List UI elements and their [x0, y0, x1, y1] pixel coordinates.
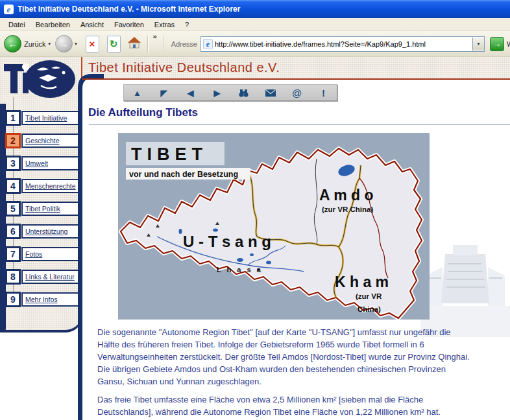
home-icon: [127, 36, 141, 49]
go-button-label[interactable]: Wechseln: [507, 40, 510, 48]
toolbar-overflow-chevron[interactable]: »: [153, 32, 157, 40]
sidebar-item-geschichte[interactable]: 2 Geschichte: [0, 133, 82, 150]
internet-explorer-icon: e: [4, 5, 14, 14]
tibet-map: TIBET vor und nach der Besetzung A m d o…: [118, 133, 430, 320]
window-title: Tibet Initiative Deutschland e.V. - Micr…: [18, 5, 240, 14]
nav-link[interactable]: Geschichte: [25, 137, 60, 145]
body-paragraph-2: Das freie Tibet umfasste eine Fläche von…: [97, 393, 470, 418]
map-subtitle: vor und nach der Besetzung: [129, 170, 238, 179]
nav-label-box[interactable]: Umwelt: [21, 156, 79, 170]
menu-ansicht[interactable]: Ansicht: [76, 19, 108, 30]
title-bar[interactable]: e Tibet Initiative Deutschland e.V. - Mi…: [0, 0, 510, 18]
browser-window: e Tibet Initiative Deutschland e.V. - Mi…: [0, 0, 510, 420]
frame-icon-bar: ▲ ◤ ◀ ▶ @ !: [123, 84, 337, 101]
region-note-kham-1: (zur VR: [356, 292, 382, 300]
back-button[interactable]: ←: [4, 35, 21, 52]
chevron-down-icon: ▼: [476, 41, 481, 46]
menu-bar: Datei Bearbeiten Ansicht Favoriten Extra…: [0, 18, 510, 31]
sidebar-item-umwelt[interactable]: 3 Umwelt: [0, 156, 82, 172]
nav-label-box[interactable]: Unterstützung: [21, 224, 79, 239]
menu-favoriten[interactable]: Favoriten: [110, 19, 149, 30]
tid-logo[interactable]: [3, 58, 76, 101]
at-icon[interactable]: @: [290, 88, 304, 98]
nav-label-box[interactable]: Menschenrechte: [21, 179, 79, 193]
next-icon[interactable]: ▶: [210, 89, 225, 97]
nav-link[interactable]: Mehr Infos: [25, 296, 58, 303]
city-label-lhasa: L h a s a: [217, 266, 263, 274]
back-dropdown-icon[interactable]: ▼: [47, 41, 52, 46]
map-title: TIBET: [131, 145, 208, 164]
address-dropdown-button[interactable]: ▼: [472, 38, 484, 51]
search-icon[interactable]: [237, 89, 251, 97]
nav-link[interactable]: Tibet Initiative: [25, 114, 67, 122]
nav-number[interactable]: 4: [5, 178, 21, 194]
potala-palace-watermark: [420, 227, 510, 337]
tid-logo-graphic: [3, 58, 76, 101]
sidebar-item-tibet-politik[interactable]: 5 Tibet Politik: [0, 201, 82, 218]
site-title: Tibet Initiative Deutschland e.V.: [88, 60, 280, 75]
previous-icon[interactable]: ◀: [184, 89, 198, 97]
refresh-button[interactable]: ↻: [107, 36, 121, 52]
refresh-icon: ↻: [110, 39, 118, 49]
menu-hilfe[interactable]: ?: [180, 19, 193, 30]
nav-link[interactable]: Unterstützung: [25, 228, 67, 235]
sidebar-item-unterstuetzung[interactable]: 6 Unterstützung: [0, 224, 82, 240]
nav-number[interactable]: 9: [5, 292, 21, 307]
region-note-amdo: (zur VR China): [322, 205, 373, 213]
address-bar[interactable]: e ▼: [200, 36, 485, 52]
home-button[interactable]: [127, 36, 141, 51]
sidebar-item-links-literatur[interactable]: 8 Links & Literatur: [0, 269, 82, 286]
sidebar-item-tibet-initiative[interactable]: 1 Tibet Initiative: [0, 110, 82, 127]
sidebar-item-menschenrechte[interactable]: 4 Menschenrechte: [0, 178, 82, 195]
navigation-toolbar: ← Zurück ▼ → ▼ × ↻ » Adresse e ▼ → Wechs…: [0, 31, 510, 57]
nav-number[interactable]: 3: [5, 156, 21, 171]
nav-number[interactable]: 1: [5, 110, 21, 126]
address-label: Adresse: [171, 40, 197, 48]
region-label-kham: K h a m: [335, 274, 389, 290]
nav-link[interactable]: Umwelt: [25, 159, 48, 167]
nav-link[interactable]: Menschenrechte: [25, 182, 76, 190]
stop-icon: ×: [90, 39, 95, 49]
nav-number[interactable]: 5: [5, 201, 21, 216]
nav-label-box[interactable]: Links & Literatur: [21, 270, 79, 284]
go-button[interactable]: →: [490, 37, 504, 51]
content-frame-corner: [78, 74, 104, 100]
header-divider: [82, 78, 510, 80]
sidebar-item-fotos[interactable]: 7 Fotos: [0, 246, 82, 263]
nav-number[interactable]: 6: [5, 224, 21, 239]
sidebar-item-mehr-infos[interactable]: 9 Mehr Infos: [0, 292, 82, 309]
nav-label-box[interactable]: Mehr Infos: [21, 292, 79, 307]
jump-icon[interactable]: ◤: [157, 89, 171, 97]
nav-link[interactable]: Fotos: [25, 250, 42, 258]
back-arrow-icon: ←: [8, 39, 18, 49]
body-paragraph-1: Die sogenannte "Autonome Region Tibet" […: [97, 326, 470, 388]
nav-number-active[interactable]: 2: [5, 133, 21, 148]
forward-button[interactable]: →: [55, 35, 73, 52]
nav-label-box[interactable]: Fotos: [21, 247, 79, 261]
page-title: Die Aufteilung Tibets: [88, 106, 198, 119]
menu-bearbeiten[interactable]: Bearbeiten: [31, 19, 75, 30]
nav-link[interactable]: Links & Literatur: [25, 273, 75, 281]
nav-number[interactable]: 8: [5, 269, 21, 285]
forward-dropdown-icon[interactable]: ▼: [74, 41, 79, 46]
up-icon[interactable]: ▲: [130, 89, 145, 97]
back-button-label[interactable]: Zurück: [24, 40, 46, 48]
lhasa-marker: [257, 268, 260, 271]
nav-label-box[interactable]: Tibet Politik: [21, 202, 79, 216]
url-input[interactable]: [215, 40, 472, 48]
region-label-amdo: A m d o: [319, 187, 373, 204]
nav-link[interactable]: Tibet Politik: [25, 205, 60, 213]
menu-extras[interactable]: Extras: [150, 19, 179, 30]
toolbar-separator-2: [163, 36, 164, 52]
region-note-kham-2: China): [358, 305, 381, 313]
nav-label-box[interactable]: Geschichte: [21, 134, 79, 148]
go-arrow-icon: →: [492, 39, 501, 49]
alert-icon[interactable]: !: [317, 88, 331, 98]
heading-rule: [89, 124, 510, 125]
nav-number[interactable]: 7: [5, 246, 21, 262]
mail-icon[interactable]: [263, 89, 278, 97]
region-label-u-tsang: U - T s a n g: [183, 233, 271, 250]
stop-button[interactable]: ×: [86, 36, 99, 52]
nav-label-box[interactable]: Tibet Initiative: [21, 111, 79, 125]
menu-datei[interactable]: Datei: [4, 19, 30, 30]
